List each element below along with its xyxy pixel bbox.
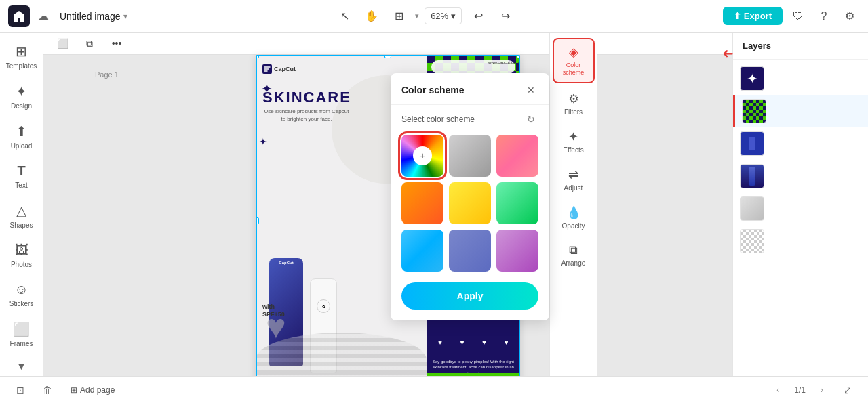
- topbar-center-tools: ↖ ✋ ⊞ ▾ 62% ▾ ↩ ↪: [334, 5, 516, 27]
- templates-label: Templates: [6, 62, 37, 70]
- filters-tool-button[interactable]: ⚙ Filters: [553, 86, 595, 121]
- shapes-icon: △: [16, 203, 26, 219]
- layers-list: ✦: [733, 60, 868, 376]
- photos-icon: 🖼: [15, 242, 28, 258]
- undo-button[interactable]: ↩: [467, 5, 489, 27]
- layers-panel: Layers ✦: [732, 33, 868, 376]
- opacity-label: Opacity: [562, 222, 585, 230]
- title-dropdown-icon[interactable]: ▾: [123, 12, 127, 21]
- duplicate-button[interactable]: ⧉: [79, 33, 100, 54]
- crop-button[interactable]: ⬜: [52, 33, 73, 54]
- refresh-button[interactable]: ↻: [524, 112, 538, 127]
- opacity-tool-button[interactable]: 💧 Opacity: [553, 200, 595, 235]
- color-swatch-yellow[interactable]: [449, 182, 491, 224]
- apply-button[interactable]: Apply: [401, 282, 538, 310]
- select-tool-button[interactable]: ↖: [334, 5, 355, 27]
- text-icon: T: [17, 163, 25, 179]
- color-swatch-blue[interactable]: [401, 230, 443, 272]
- layer-thumbnail: [740, 131, 764, 156]
- export-button[interactable]: ⬆ Export: [723, 7, 783, 25]
- color-swatch-orange[interactable]: [401, 182, 443, 224]
- color-scheme-icon: ◈: [569, 45, 578, 60]
- hand-tool-button[interactable]: ✋: [361, 5, 382, 27]
- select-color-scheme-label: Select color scheme: [401, 114, 475, 124]
- hearts-row: ♥♥♥♥: [427, 339, 520, 346]
- green-bottom-bar: ♥♥♥♥♥♥: [427, 373, 520, 376]
- zoom-control[interactable]: 62% ▾: [425, 7, 462, 24]
- arrange-tool-button[interactable]: ⧉ Arrange: [553, 238, 595, 272]
- arrange-label: Arrange: [561, 259, 586, 267]
- sidebar-item-design[interactable]: ✦ Design: [3, 78, 41, 115]
- color-swatch-gray[interactable]: [449, 135, 491, 177]
- design-icon: ✦: [16, 83, 27, 100]
- help-button[interactable]: ?: [814, 6, 834, 26]
- color-swatches-grid: +: [391, 132, 549, 282]
- templates-icon: ⊞: [16, 43, 27, 60]
- canvas-content[interactable]: CapCut ✦ ✦ ✦ SKINCARE Use skincare produ…: [43, 55, 732, 376]
- sidebar-item-shapes[interactable]: △ Shapes: [3, 197, 41, 234]
- stickers-icon: ☺: [14, 282, 28, 297]
- layer-item[interactable]: [733, 160, 868, 192]
- page-label: Page 1: [95, 70, 119, 79]
- color-swatch-purple[interactable]: [449, 230, 491, 272]
- layer-thumbnail: [742, 99, 766, 123]
- star-decoration-3: ✦: [259, 136, 267, 147]
- sidebar-item-frames[interactable]: ⬜ Frames: [3, 316, 41, 353]
- color-swatch-pink[interactable]: [496, 135, 538, 177]
- bottom-bar: ⊡ 🗑 ⊞ Add page ‹ 1/1 › ⤢: [0, 376, 868, 403]
- layer-thumbnail: [740, 196, 764, 221]
- app-logo[interactable]: [8, 5, 30, 27]
- settings-button[interactable]: ⚙: [840, 6, 860, 26]
- bottom-right-controls: ‹ 1/1 › ⤢: [770, 381, 857, 400]
- add-page-button[interactable]: ⊞ Add page: [65, 383, 120, 398]
- color-swatch-green[interactable]: [496, 182, 538, 224]
- layout-button[interactable]: ⊞: [388, 5, 410, 27]
- layer-thumbnail: ✦: [740, 66, 764, 91]
- effects-tool-button[interactable]: ✦ Effects: [553, 124, 595, 159]
- frames-icon: ⬜: [13, 321, 30, 337]
- add-page-label: Add page: [80, 385, 115, 395]
- text-label: Text: [15, 182, 27, 189]
- capcut-logo: CapCut: [262, 64, 296, 74]
- layer-item[interactable]: [733, 127, 868, 160]
- color-swatch-rainbow[interactable]: +: [401, 135, 443, 177]
- canvas-area: ⬜ ⧉ ••• Page 1 CapCut ✦ ✦ ✦: [43, 33, 732, 376]
- resize-handle-tr[interactable]: [517, 55, 520, 58]
- layer-item[interactable]: [733, 192, 868, 225]
- color-scheme-tool-button[interactable]: ◈ Colorscheme: [553, 38, 595, 83]
- expand-button[interactable]: ⤢: [838, 381, 857, 400]
- adjust-tool-button[interactable]: ⇌ Adjust: [553, 162, 595, 197]
- layer-item[interactable]: [733, 225, 868, 257]
- chevron-down-icon: ▼: [17, 361, 26, 372]
- next-page-button[interactable]: ›: [814, 382, 830, 398]
- color-swatch-violet[interactable]: [496, 230, 538, 272]
- layer-item[interactable]: ✦: [733, 62, 868, 95]
- save-bottom-button[interactable]: ⊡: [11, 381, 30, 400]
- sidebar-item-templates[interactable]: ⊞ Templates: [3, 38, 41, 75]
- sidebar-item-upload[interactable]: ⬆ Upload: [3, 118, 41, 155]
- more-options-button[interactable]: ▼: [3, 356, 41, 376]
- color-panel-close-button[interactable]: ✕: [524, 83, 538, 98]
- zoom-dropdown-icon: ▾: [451, 11, 456, 21]
- save-icon[interactable]: ☁: [38, 9, 49, 22]
- delete-button[interactable]: 🗑: [38, 381, 57, 400]
- stickers-label: Stickers: [9, 300, 34, 307]
- resize-handle-tl[interactable]: [256, 55, 259, 58]
- document-title-area[interactable]: Untitled image ▾: [60, 11, 127, 22]
- sidebar-item-stickers[interactable]: ☺ Stickers: [3, 276, 41, 313]
- color-scheme-tool-label: Colorscheme: [563, 62, 585, 77]
- resize-handle-tm[interactable]: [384, 55, 391, 58]
- color-scheme-panel: Color scheme ✕ Select color scheme ↻ +: [391, 73, 549, 320]
- resize-handle-ml[interactable]: [256, 217, 259, 224]
- arrow-annotation: ➜: [722, 46, 734, 62]
- zoom-level: 62%: [431, 11, 448, 21]
- more-options-canvas-button[interactable]: •••: [106, 33, 127, 54]
- sidebar-item-photos[interactable]: 🖼 Photos: [3, 237, 41, 274]
- main-layout: ⊞ Templates ✦ Design ⬆ Upload T Text △ S…: [0, 33, 868, 376]
- layer-item[interactable]: [733, 95, 868, 127]
- redo-button[interactable]: ↪: [494, 5, 516, 27]
- sidebar-item-text[interactable]: T Text: [3, 158, 41, 194]
- prev-page-button[interactable]: ‹: [770, 382, 786, 398]
- color-panel-title: Color scheme: [401, 85, 465, 96]
- shield-icon-button[interactable]: 🛡: [788, 6, 808, 26]
